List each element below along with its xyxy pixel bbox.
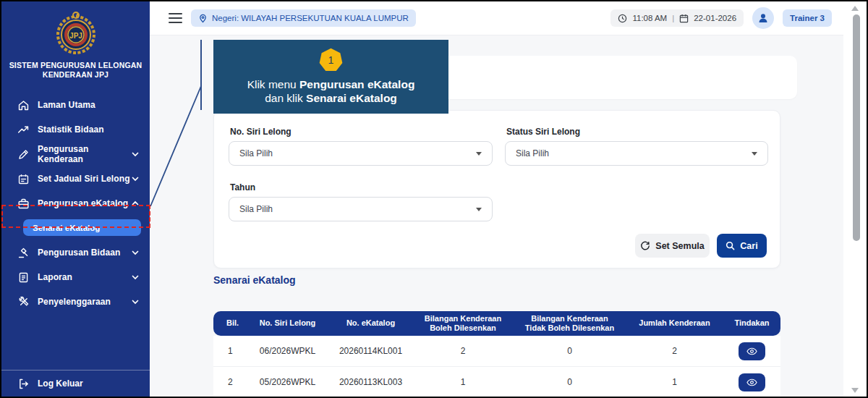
callout-line2-bold: Senarai eKatalog xyxy=(306,92,397,104)
sidebar-item-label: Pengurusan Kenderaan xyxy=(38,144,131,164)
no-siri-lelong-select[interactable]: Sila Pilih xyxy=(229,141,493,166)
cell-no-ekatalog: 20260113KL003 xyxy=(329,377,412,387)
callout-line1-bold: Pengurusan eKatalog xyxy=(299,78,414,90)
callout-text: Klik menu Pengurusan eKatalog dan klik S… xyxy=(247,78,415,106)
cell-no-siri-lelong: 05/2026WPKL xyxy=(246,377,329,387)
chevron-down-icon xyxy=(131,248,140,257)
step-number-badge: 1 xyxy=(319,48,343,72)
chevron-up-icon xyxy=(131,199,140,208)
reset-button-label: Set Semula xyxy=(655,241,704,251)
app-title: SISTEM PENGURUSAN LELONGAN KENDERAAN JPJ xyxy=(9,61,143,80)
col-header-boleh-dilesenkan: Bilangan KenderaanBoleh Dilesenkan xyxy=(412,314,514,333)
scrollbar-gutter xyxy=(843,1,867,397)
user-avatar[interactable] xyxy=(752,7,774,29)
col-header-tidak-boleh-dilesenkan: Bilangan KenderaanTidak Boleh Dilesenkan xyxy=(514,314,626,333)
cell-boleh: 1 xyxy=(412,377,514,387)
select-caret-icon xyxy=(752,152,757,156)
sidebar-item-label: Pengurusan eKatalog xyxy=(38,198,131,208)
cell-boleh: 2 xyxy=(412,346,514,356)
sidebar-item-set-jadual-siri-lelong[interactable]: Set Jadual Siri Lelong xyxy=(1,166,150,191)
jpj-logo: JPJ xyxy=(1,1,150,55)
cell-tidak-boleh: 0 xyxy=(514,377,626,387)
content-area: 1 Klik menu Pengurusan eKatalog dan klik… xyxy=(150,35,867,397)
sidebar-item-pengurusan-ekatalog[interactable]: Pengurusan eKatalog xyxy=(1,191,150,216)
select-caret-icon xyxy=(476,152,482,156)
cell-bil: 2 xyxy=(213,377,246,387)
jpj-emblem-icon: JPJ xyxy=(52,10,100,55)
sidebar-item-statistik-bidaan[interactable]: Statistik Bidaan xyxy=(1,117,150,142)
cell-bil: 1 xyxy=(213,346,246,356)
scrollbar-up-arrow[interactable] xyxy=(851,6,859,11)
sidebar-item-laman-utama[interactable]: Laman Utama xyxy=(1,93,150,117)
chevron-down-icon xyxy=(131,297,140,306)
hamburger-menu-icon[interactable] xyxy=(169,13,182,23)
col-header-jumlah-kenderaan: Jumlah Kenderaan xyxy=(626,318,723,328)
sidebar-footer: Log Keluar xyxy=(1,370,150,397)
tahun-select[interactable]: Sila Pilih xyxy=(229,197,493,221)
sidebar-item-label: Laman Utama xyxy=(38,100,140,110)
calendar-icon xyxy=(17,173,30,185)
main-area: Negeri: WILAYAH PERSEKUTUAN KUALA LUMPUR… xyxy=(150,1,867,397)
sidebar-item-penyelenggaraan[interactable]: Penyelenggaraan xyxy=(1,289,150,314)
eye-icon xyxy=(746,378,757,386)
field-label-no-siri-lelong: No. Siri Lelong xyxy=(230,127,292,137)
col-header-no-siri-lelong: No. Siri Lelong xyxy=(246,318,329,328)
sidebar-item-label: Set Jadual Siri Lelong xyxy=(38,174,131,184)
sidebar: JPJ SISTEM PENGURUSAN LELONGAN KENDERAAN… xyxy=(1,1,150,397)
callout-line2-prefix: dan klik xyxy=(265,92,306,104)
scrollbar-down-arrow[interactable] xyxy=(851,388,859,393)
user-role-label: Trainer 3 xyxy=(790,14,825,22)
topbar: Negeri: WILAYAH PERSEKUTUAN KUALA LUMPUR… xyxy=(150,1,867,35)
ekatalog-table: Bil. No. Siri Lelong No. eKatalog Bilang… xyxy=(213,311,780,398)
gavel-icon xyxy=(17,247,30,259)
cell-jumlah: 1 xyxy=(626,377,723,387)
chevron-down-icon xyxy=(131,150,140,158)
view-button[interactable] xyxy=(739,373,765,391)
negeri-badge: Negeri: WILAYAH PERSEKUTUAN KUALA LUMPUR xyxy=(191,9,416,27)
table-section-title: Senarai eKatalog xyxy=(213,274,296,286)
calendar-icon xyxy=(679,14,689,23)
cell-no-siri-lelong: 06/2026WPKL xyxy=(246,346,329,356)
cell-jumlah: 2 xyxy=(626,346,723,356)
search-button[interactable]: Cari xyxy=(717,234,767,258)
app-window: JPJ SISTEM PENGURUSAN LELONGAN KENDERAAN… xyxy=(0,0,868,398)
datetime-separator: | xyxy=(672,14,674,22)
sidebar-item-laporan[interactable]: Laporan xyxy=(1,265,150,289)
sidebar-subitem-label: Senarai eKatalog xyxy=(33,224,100,232)
table-row: 2 05/2026WPKL 20260113KL003 1 0 1 xyxy=(213,367,780,398)
reset-button[interactable]: Set Semula xyxy=(635,234,710,258)
view-button[interactable] xyxy=(739,342,765,360)
eye-icon xyxy=(746,347,757,355)
field-label-status-siri-lelong: Status Siri Lelong xyxy=(506,127,580,137)
sidebar-item-label: Laporan xyxy=(38,272,131,282)
sidebar-nav: Laman Utama Statistik Bidaan Pengurusan … xyxy=(1,93,150,314)
logout-label: Log Keluar xyxy=(38,378,83,389)
sidebar-item-pengurusan-kenderaan[interactable]: Pengurusan Kenderaan xyxy=(1,142,150,166)
user-role-badge[interactable]: Trainer 3 xyxy=(783,9,832,27)
status-siri-lelong-select[interactable]: Sila Pilih xyxy=(505,141,768,166)
datetime-badge: 11:08 AM | 22-01-2026 xyxy=(610,9,744,27)
table-header-row: Bil. No. Siri Lelong No. eKatalog Bilang… xyxy=(213,311,780,336)
logout-button[interactable]: Log Keluar xyxy=(1,371,150,397)
sidebar-item-pengurusan-bidaan[interactable]: Pengurusan Bidaan xyxy=(1,240,150,265)
negeri-badge-label: Negeri: WILAYAH PERSEKUTUAN KUALA LUMPUR xyxy=(212,14,409,22)
briefcase-icon xyxy=(17,198,30,210)
cell-tidak-boleh: 0 xyxy=(514,346,626,356)
no-siri-lelong-value: Sila Pilih xyxy=(239,148,273,158)
clock-icon xyxy=(618,14,627,23)
svg-text:JPJ: JPJ xyxy=(69,32,82,40)
tutorial-callout: 1 Klik menu Pengurusan eKatalog dan klik… xyxy=(213,40,448,114)
filter-card: No. Siri Lelong Sila Pilih Status Siri L… xyxy=(213,110,780,268)
filter-buttons: Set Semula Cari xyxy=(635,234,767,258)
cell-no-ekatalog: 20260114KL001 xyxy=(329,346,412,356)
select-caret-icon xyxy=(476,208,482,211)
chevron-down-icon xyxy=(131,174,140,183)
scrollbar-thumb[interactable] xyxy=(853,14,860,241)
sidebar-item-label: Penyelenggaraan xyxy=(38,297,131,307)
topbar-right: 11:08 AM | 22-01-2026 Trainer 3 xyxy=(610,7,856,29)
report-icon xyxy=(17,271,30,284)
sidebar-subitem-senarai-ekatalog[interactable]: Senarai eKatalog xyxy=(23,219,141,236)
tools-icon xyxy=(17,296,30,308)
field-label-tahun: Tahun xyxy=(230,182,255,192)
callout-line1-prefix: Klik menu xyxy=(247,78,299,90)
